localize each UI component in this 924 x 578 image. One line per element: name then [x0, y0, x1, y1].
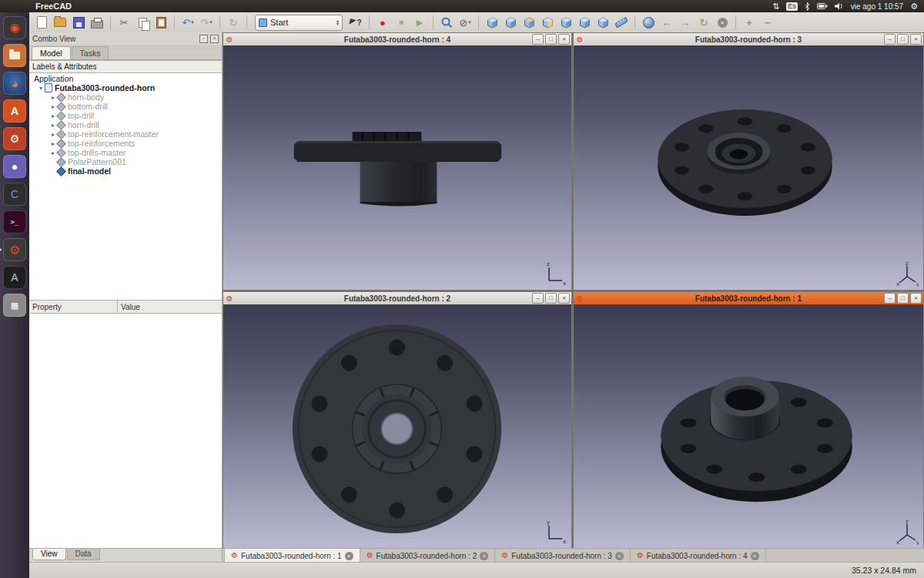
tab-model[interactable]: Model	[32, 46, 71, 59]
launcher-app-dark-a[interactable]: A	[3, 266, 26, 289]
launcher-firefox[interactable]: ◕	[3, 72, 26, 95]
tree-item[interactable]: PolarPattern001	[29, 157, 222, 166]
tree-item[interactable]: ▸ horn-body	[29, 92, 222, 102]
viewport-3d-front[interactable]: z x	[223, 45, 571, 290]
launcher-chromium[interactable]: C	[3, 183, 26, 206]
minimize-button[interactable]: –	[532, 293, 544, 304]
nav-back-button[interactable]: ←	[658, 14, 675, 31]
sync-indicator-icon[interactable]: ⇅	[772, 1, 779, 12]
workbench-selector[interactable]: Start ▴▾	[255, 15, 343, 31]
close-button[interactable]: ×	[558, 34, 570, 45]
mdi-windows: ⚙ Futaba3003-rounded-horn : 4 – □ ×	[223, 32, 924, 549]
zoom-in-button[interactable]: +	[741, 14, 758, 31]
paste-button[interactable]	[152, 14, 169, 31]
close-tab-icon[interactable]: ×	[751, 552, 759, 560]
tree-item[interactable]: ▸ horn-drill	[29, 120, 222, 129]
close-button[interactable]: ×	[910, 293, 922, 304]
minimize-button[interactable]: –	[884, 293, 896, 304]
minimize-button[interactable]: –	[884, 34, 896, 45]
window-titlebar[interactable]: ⚙ Futaba3003-rounded-horn : 3 – □ ×	[574, 33, 923, 45]
launcher-app-a[interactable]: A	[3, 99, 26, 123]
window-titlebar[interactable]: ⚙ Futaba3003-rounded-horn : 4 – □ ×	[223, 33, 571, 45]
tree-item[interactable]: ▸ top-reinforcement-master	[29, 129, 222, 139]
keyboard-layout-indicator[interactable]: Es	[786, 2, 798, 11]
refresh-button[interactable]: ↻	[225, 14, 242, 31]
tab-data[interactable]: Data	[67, 549, 100, 560]
nav-forward-button[interactable]: →	[677, 14, 694, 31]
session-gear-icon[interactable]: ⚙	[910, 1, 918, 12]
view-rear-button[interactable]	[557, 14, 574, 31]
viewport-3d-top[interactable]: y x	[223, 304, 571, 548]
window-tab-2[interactable]: ⚙ Futaba3003-rounded-horn : 2 ×	[360, 549, 496, 563]
launcher-freecad[interactable]: ⚙	[3, 238, 26, 261]
expander-icon[interactable]: ▾	[37, 85, 45, 92]
launcher-system-settings[interactable]: ⚙	[3, 127, 26, 150]
close-tab-icon[interactable]: ×	[345, 552, 353, 560]
close-button[interactable]: ×	[910, 34, 922, 45]
viewport-3d-iso-top[interactable]: z y x	[574, 45, 923, 290]
window-titlebar[interactable]: ⚙ Futaba3003-rounded-horn : 2 – □ ×	[223, 292, 571, 304]
launcher-terminal[interactable]: >_	[3, 210, 26, 234]
redo-button[interactable]: ↷▾	[198, 14, 215, 31]
view-right-button[interactable]	[539, 14, 556, 31]
float-panel-button[interactable]: ▫	[199, 35, 208, 43]
tree-item[interactable]: ▸ bottom-drill	[29, 102, 222, 111]
save-button[interactable]	[70, 14, 87, 31]
maximize-button[interactable]: □	[545, 34, 557, 45]
close-tab-icon[interactable]: ×	[480, 552, 488, 560]
view-top-button[interactable]	[521, 14, 537, 31]
minimize-button[interactable]: –	[532, 34, 544, 45]
maximize-button[interactable]: □	[545, 293, 557, 304]
view-bottom-button[interactable]	[576, 14, 593, 31]
tree-item[interactable]: ▸ top-drill	[29, 111, 222, 120]
tree-item[interactable]: ▸ top-drills-master	[29, 148, 222, 157]
launcher-dash-home[interactable]: ◉	[3, 16, 26, 39]
close-panel-button[interactable]: ×	[210, 35, 219, 43]
close-button[interactable]: ×	[558, 293, 570, 304]
view-axonometric-button[interactable]	[484, 14, 500, 31]
tree-item[interactable]: ▸ top-reinforcements	[29, 139, 222, 148]
sync-view-button[interactable]: ↻	[695, 14, 712, 31]
tab-tasks[interactable]: Tasks	[72, 46, 109, 59]
tree-item-document[interactable]: ▾ Futaba3003-rounded-horn	[29, 83, 222, 92]
launcher-workspace-tool[interactable]: ▦	[3, 294, 26, 317]
new-file-button[interactable]	[33, 14, 50, 31]
window-tab-1[interactable]: ⚙ Futaba3003-rounded-horn : 1 ×	[224, 549, 360, 563]
draw-style-button[interactable]: ⊘▾	[457, 14, 474, 31]
texture-view-button[interactable]	[640, 14, 657, 31]
macro-record-button[interactable]: ●	[374, 14, 391, 31]
zoom-out-button[interactable]: −	[759, 14, 776, 31]
property-column-header[interactable]: Property	[29, 301, 118, 313]
window-tab-4[interactable]: ⚙ Futaba3003-rounded-horn : 4 ×	[631, 549, 766, 563]
bluetooth-icon[interactable]	[805, 2, 810, 11]
fit-all-button[interactable]	[438, 14, 455, 31]
undo-button[interactable]: ↶▾	[179, 14, 196, 31]
view-front-button[interactable]	[502, 14, 519, 31]
tree-item[interactable]: final-model	[29, 166, 222, 176]
tab-view[interactable]: View	[32, 549, 66, 560]
maximize-button[interactable]: □	[897, 293, 909, 304]
measure-distance-button[interactable]	[613, 14, 630, 31]
close-document-button[interactable]: ×	[714, 14, 731, 31]
freecad-icon: ⚙	[367, 552, 373, 560]
launcher-file-manager[interactable]	[3, 44, 26, 67]
viewport-3d-iso[interactable]: z y x	[574, 304, 923, 548]
launcher-ubuntu-software[interactable]: ●	[3, 155, 26, 178]
copy-button[interactable]	[134, 14, 151, 31]
print-button[interactable]	[89, 14, 105, 31]
workspace: Combo View ▫ × Model Tasks Labels & Attr…	[29, 32, 924, 563]
whats-this-button[interactable]: ?	[347, 14, 364, 31]
window-titlebar[interactable]: ⚙ Futaba3003-rounded-horn : 1 – □ ×	[574, 292, 923, 304]
view-left-button[interactable]	[594, 14, 611, 31]
clock[interactable]: vie ago 1 10:57	[851, 2, 903, 11]
maximize-button[interactable]: □	[897, 34, 909, 45]
value-column-header[interactable]: Value	[118, 303, 140, 311]
window-tab-3[interactable]: ⚙ Futaba3003-rounded-horn : 3 ×	[495, 549, 631, 563]
volume-icon[interactable]	[835, 2, 844, 10]
open-file-button[interactable]	[52, 14, 69, 31]
macro-play-button[interactable]: ▶	[411, 14, 428, 31]
macro-stop-button[interactable]: ■	[393, 14, 410, 31]
close-tab-icon[interactable]: ×	[615, 552, 624, 560]
battery-icon[interactable]	[817, 3, 828, 9]
cut-button[interactable]: ✂	[116, 14, 132, 31]
